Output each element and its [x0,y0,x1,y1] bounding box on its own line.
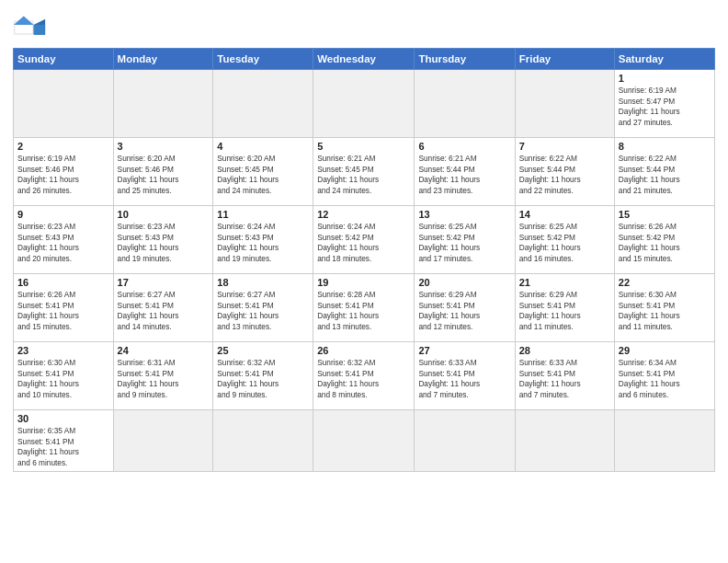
day-number: 11 [217,209,309,220]
header [13,9,715,40]
day-cell: 3Sunrise: 6:20 AM Sunset: 5:46 PM Daylig… [113,138,213,206]
day-cell [415,410,515,472]
day-cell: 26Sunrise: 6:32 AM Sunset: 5:41 PM Dayli… [313,342,415,410]
day-cell: 5Sunrise: 6:21 AM Sunset: 5:45 PM Daylig… [313,138,415,206]
day-cell [14,70,114,138]
weekday-header-tuesday: Tuesday [213,49,313,70]
day-cell [515,70,614,138]
day-info: Sunrise: 6:20 AM Sunset: 5:46 PM Dayligh… [118,154,210,196]
day-info: Sunrise: 6:30 AM Sunset: 5:41 PM Dayligh… [619,290,711,332]
logo [13,15,48,40]
calendar-page: SundayMondayTuesdayWednesdayThursdayFrid… [0,0,728,563]
weekday-header-wednesday: Wednesday [313,49,415,70]
day-number: 25 [217,345,309,356]
svg-marker-2 [14,17,34,25]
weekday-header-saturday: Saturday [614,49,714,70]
day-info: Sunrise: 6:24 AM Sunset: 5:43 PM Dayligh… [217,222,309,264]
day-info: Sunrise: 6:33 AM Sunset: 5:41 PM Dayligh… [418,358,510,400]
weekday-header-monday: Monday [113,49,213,70]
day-cell [213,410,313,472]
day-number: 23 [17,345,109,356]
day-info: Sunrise: 6:26 AM Sunset: 5:42 PM Dayligh… [619,222,711,264]
day-info: Sunrise: 6:25 AM Sunset: 5:42 PM Dayligh… [418,222,510,264]
day-cell: 23Sunrise: 6:30 AM Sunset: 5:41 PM Dayli… [14,342,114,410]
day-cell: 8Sunrise: 6:22 AM Sunset: 5:44 PM Daylig… [614,138,714,206]
day-cell: 6Sunrise: 6:21 AM Sunset: 5:44 PM Daylig… [415,138,515,206]
day-cell: 10Sunrise: 6:23 AM Sunset: 5:43 PM Dayli… [113,206,213,274]
day-cell: 22Sunrise: 6:30 AM Sunset: 5:41 PM Dayli… [614,274,714,342]
day-info: Sunrise: 6:22 AM Sunset: 5:44 PM Dayligh… [519,154,610,196]
day-cell: 18Sunrise: 6:27 AM Sunset: 5:41 PM Dayli… [213,274,313,342]
day-cell [113,410,213,472]
day-info: Sunrise: 6:28 AM Sunset: 5:41 PM Dayligh… [317,290,410,332]
day-cell: 7Sunrise: 6:22 AM Sunset: 5:44 PM Daylig… [515,138,614,206]
day-number: 15 [619,209,711,220]
day-info: Sunrise: 6:35 AM Sunset: 5:41 PM Dayligh… [17,426,109,468]
weekday-header-row: SundayMondayTuesdayWednesdayThursdayFrid… [14,49,715,70]
day-number: 21 [519,277,610,288]
day-info: Sunrise: 6:24 AM Sunset: 5:42 PM Dayligh… [317,222,410,264]
day-cell: 27Sunrise: 6:33 AM Sunset: 5:41 PM Dayli… [415,342,515,410]
day-cell: 19Sunrise: 6:28 AM Sunset: 5:41 PM Dayli… [313,274,415,342]
day-cell [614,410,714,472]
week-row-2: 2Sunrise: 6:19 AM Sunset: 5:46 PM Daylig… [14,138,715,206]
day-number: 27 [418,345,510,356]
week-row-6: 30Sunrise: 6:35 AM Sunset: 5:41 PM Dayli… [14,410,715,472]
week-row-1: 1Sunrise: 6:19 AM Sunset: 5:47 PM Daylig… [14,70,715,138]
day-cell: 28Sunrise: 6:33 AM Sunset: 5:41 PM Dayli… [515,342,614,410]
day-cell: 17Sunrise: 6:27 AM Sunset: 5:41 PM Dayli… [113,274,213,342]
day-number: 28 [519,345,610,356]
day-number: 16 [17,277,109,288]
day-info: Sunrise: 6:21 AM Sunset: 5:45 PM Dayligh… [317,154,410,196]
day-number: 14 [519,209,610,220]
day-number: 17 [118,277,210,288]
calendar-table: SundayMondayTuesdayWednesdayThursdayFrid… [13,48,715,472]
day-info: Sunrise: 6:27 AM Sunset: 5:41 PM Dayligh… [118,290,210,332]
day-cell: 9Sunrise: 6:23 AM Sunset: 5:43 PM Daylig… [14,206,114,274]
weekday-header-sunday: Sunday [14,49,114,70]
day-info: Sunrise: 6:31 AM Sunset: 5:41 PM Dayligh… [118,358,210,400]
svg-rect-4 [34,25,45,35]
day-number: 20 [418,277,510,288]
day-info: Sunrise: 6:23 AM Sunset: 5:43 PM Dayligh… [118,222,210,264]
day-info: Sunrise: 6:25 AM Sunset: 5:42 PM Dayligh… [519,222,610,264]
day-info: Sunrise: 6:33 AM Sunset: 5:41 PM Dayligh… [519,358,610,400]
day-number: 8 [619,141,711,152]
week-row-3: 9Sunrise: 6:23 AM Sunset: 5:43 PM Daylig… [14,206,715,274]
weekday-header-thursday: Thursday [415,49,515,70]
weekday-header-friday: Friday [515,49,614,70]
day-number: 3 [118,141,210,152]
day-number: 13 [418,209,510,220]
day-cell: 4Sunrise: 6:20 AM Sunset: 5:45 PM Daylig… [213,138,313,206]
day-cell: 11Sunrise: 6:24 AM Sunset: 5:43 PM Dayli… [213,206,313,274]
day-cell: 20Sunrise: 6:29 AM Sunset: 5:41 PM Dayli… [415,274,515,342]
day-number: 5 [317,141,410,152]
day-number: 26 [317,345,410,356]
day-number: 1 [619,73,711,84]
day-cell [415,70,515,138]
day-info: Sunrise: 6:30 AM Sunset: 5:41 PM Dayligh… [17,358,109,400]
day-cell: 12Sunrise: 6:24 AM Sunset: 5:42 PM Dayli… [313,206,415,274]
day-info: Sunrise: 6:32 AM Sunset: 5:41 PM Dayligh… [217,358,309,400]
day-number: 10 [118,209,210,220]
day-number: 19 [317,277,410,288]
day-cell: 29Sunrise: 6:34 AM Sunset: 5:41 PM Dayli… [614,342,714,410]
day-number: 7 [519,141,610,152]
day-info: Sunrise: 6:29 AM Sunset: 5:41 PM Dayligh… [519,290,610,332]
day-cell: 24Sunrise: 6:31 AM Sunset: 5:41 PM Dayli… [113,342,213,410]
day-info: Sunrise: 6:19 AM Sunset: 5:46 PM Dayligh… [17,154,109,196]
day-cell [313,70,415,138]
day-cell: 13Sunrise: 6:25 AM Sunset: 5:42 PM Dayli… [415,206,515,274]
day-info: Sunrise: 6:27 AM Sunset: 5:41 PM Dayligh… [217,290,309,332]
logo-icon [13,15,46,40]
day-info: Sunrise: 6:19 AM Sunset: 5:47 PM Dayligh… [619,86,711,128]
day-cell: 15Sunrise: 6:26 AM Sunset: 5:42 PM Dayli… [614,206,714,274]
day-info: Sunrise: 6:20 AM Sunset: 5:45 PM Dayligh… [217,154,309,196]
day-cell [313,410,415,472]
day-info: Sunrise: 6:22 AM Sunset: 5:44 PM Dayligh… [619,154,711,196]
day-number: 9 [17,209,109,220]
day-number: 29 [619,345,711,356]
day-cell: 16Sunrise: 6:26 AM Sunset: 5:41 PM Dayli… [14,274,114,342]
day-cell [213,70,313,138]
week-row-4: 16Sunrise: 6:26 AM Sunset: 5:41 PM Dayli… [14,274,715,342]
